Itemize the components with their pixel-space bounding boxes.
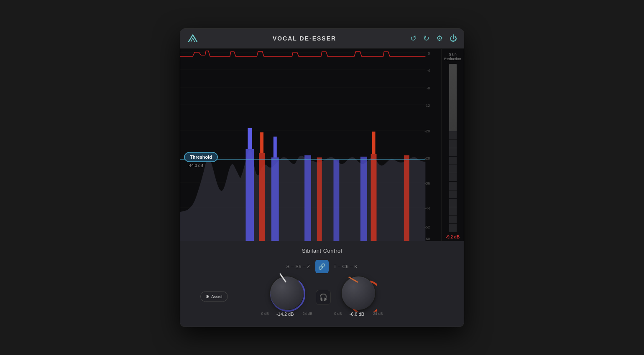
link-button[interactable]: 🔗	[315, 260, 329, 273]
header-controls: ↺ ↻ ⚙ ⏻	[410, 34, 457, 43]
svg-rect-14	[333, 160, 339, 241]
header: VOCAL DE-ESSER ↺ ↻ ⚙ ⏻	[180, 29, 464, 49]
plugin-window: VOCAL DE-ESSER ↺ ↻ ⚙ ⏻	[180, 28, 464, 327]
gain-reduction-title: GainReduction	[444, 52, 461, 61]
waveform-display: 0 -4 -8 -12 -20 -28 -36 -44 -52 -60 Thre…	[180, 49, 441, 241]
redo-button[interactable]: ↻	[423, 34, 429, 43]
svg-rect-17	[260, 132, 263, 153]
svg-rect-15	[360, 157, 367, 241]
right-knob-min-label: 0 dB	[334, 312, 342, 317]
visualizer[interactable]: 0 -4 -8 -12 -20 -28 -36 -44 -52 -60 Thre…	[180, 49, 441, 241]
svg-rect-10	[248, 128, 252, 149]
gain-reduction-value: -9.2 dB	[446, 235, 460, 239]
arturia-logo-icon	[187, 33, 199, 44]
headphone-button[interactable]: 🎧	[316, 290, 331, 305]
svg-text:-52: -52	[424, 225, 430, 229]
right-knob-labels: 0 dB -6.8 dB -24 dB	[334, 312, 383, 317]
assist-button[interactable]: ✱ Assist	[200, 291, 228, 302]
assist-icon: ✱	[206, 294, 210, 299]
visualizer-wrapper: 0 -4 -8 -12 -20 -28 -36 -44 -52 -60 Thre…	[180, 49, 464, 241]
left-knob-group: 0 dB -14.2 dB -24 dB	[261, 276, 312, 317]
link-icon: 🔗	[318, 263, 325, 270]
svg-text:Threshold: Threshold	[190, 154, 212, 159]
svg-text:-44.0 dB: -44.0 dB	[188, 163, 204, 167]
headphone-icon: 🎧	[319, 293, 327, 301]
knobs-row: ✱ Assist 0 dB	[190, 276, 454, 317]
assist-label: Assist	[211, 294, 222, 299]
gain-reduction-panel: GainReduction	[441, 49, 464, 241]
svg-text:-36: -36	[424, 181, 430, 185]
svg-text:-20: -20	[424, 129, 430, 133]
svg-text:-60: -60	[424, 236, 430, 241]
svg-text:0: 0	[428, 51, 430, 55]
left-knob-labels: 0 dB -14.2 dB -24 dB	[261, 312, 312, 317]
left-knob[interactable]	[270, 276, 304, 310]
svg-rect-11	[271, 157, 279, 241]
svg-rect-18	[317, 157, 322, 241]
svg-rect-16	[259, 153, 265, 241]
right-knob[interactable]	[342, 276, 375, 310]
svg-rect-21	[404, 155, 409, 241]
left-knob-max-label: -24 dB	[302, 312, 313, 317]
right-knob-value: -6.8 dB	[350, 312, 364, 317]
right-sibilant-label: T – Ch – K	[334, 264, 358, 269]
svg-text:-44: -44	[424, 206, 430, 210]
settings-button[interactable]: ⚙	[436, 34, 443, 43]
left-knob-min-label: 0 dB	[261, 312, 269, 317]
sibilant-title: Sibilant Control	[190, 248, 454, 254]
left-knob-body[interactable]	[270, 276, 304, 310]
power-button[interactable]: ⏻	[450, 34, 457, 43]
plugin-title: VOCAL DE-ESSER	[273, 35, 336, 42]
logo	[187, 33, 199, 44]
controls-panel: Sibilant Control S – Sh – Z 🔗 T – Ch – K…	[180, 241, 464, 327]
svg-rect-20	[372, 132, 376, 154]
svg-rect-12	[273, 137, 277, 157]
svg-text:-4: -4	[427, 68, 430, 72]
undo-button[interactable]: ↺	[410, 34, 417, 43]
svg-rect-13	[304, 155, 311, 241]
right-knob-group: 0 dB -6.8 dB -24 dB	[334, 276, 383, 317]
left-sibilant-label: S – Sh – Z	[286, 264, 310, 269]
svg-text:-12: -12	[424, 103, 430, 107]
svg-text:-8: -8	[427, 86, 430, 90]
sibilant-row: S – Sh – Z 🔗 T – Ch – K	[190, 260, 454, 273]
left-knob-value: -14.2 dB	[276, 312, 294, 317]
right-knob-body[interactable]	[342, 276, 375, 310]
svg-rect-9	[245, 149, 254, 241]
svg-rect-19	[371, 154, 377, 241]
right-knob-max-label: -24 dB	[372, 312, 383, 317]
